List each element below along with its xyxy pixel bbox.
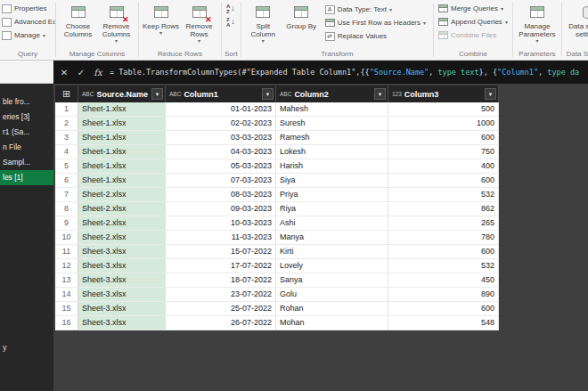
row-number[interactable]: 11: [55, 245, 78, 259]
cell[interactable]: Sheet-1.xlsx: [78, 145, 166, 159]
row-number[interactable]: 8: [55, 202, 78, 216]
choose-columns-button[interactable]: Choose Columns: [59, 2, 97, 38]
cell[interactable]: Rohan: [276, 302, 388, 316]
cell[interactable]: Ramesh: [276, 131, 388, 145]
cell[interactable]: Sheet-2.xlsx: [78, 202, 166, 216]
cell[interactable]: 01-01-2023: [166, 102, 276, 117]
remove-columns-button[interactable]: ✕ Remove Columns ▾: [97, 2, 135, 44]
cell[interactable]: Mahesh: [276, 102, 388, 117]
data-source-settings-button[interactable]: Data source settings: [565, 2, 588, 38]
row-number[interactable]: 16: [55, 316, 78, 330]
row-number[interactable]: 10: [55, 231, 78, 245]
cell[interactable]: Sheet-1.xlsx: [78, 131, 166, 145]
cell[interactable]: Lovely: [276, 259, 388, 273]
sort-descending-button[interactable]: ZA↓: [225, 15, 237, 29]
row-number[interactable]: 14: [55, 288, 78, 302]
cell[interactable]: 862: [388, 202, 499, 216]
query-list-item[interactable]: Sampl...: [0, 155, 53, 170]
manage-parameters-button[interactable]: Manage Parameters ▾: [516, 2, 559, 44]
cell[interactable]: Sheet-3.xlsx: [78, 316, 166, 330]
cell[interactable]: Sheet-1.xlsx: [78, 117, 166, 131]
group-by-button[interactable]: Group By: [282, 2, 321, 30]
cell[interactable]: 780: [388, 231, 499, 245]
manage-menu-button[interactable]: Manage ▾: [0, 29, 47, 42]
row-number[interactable]: 7: [55, 188, 78, 202]
query-list-item[interactable]: les [1]: [0, 170, 53, 185]
cell[interactable]: 10-03-2023: [166, 216, 276, 231]
column-filter-button[interactable]: ▼: [374, 88, 386, 100]
cell[interactable]: 08-03-2023: [166, 188, 276, 202]
formula-text[interactable]: = Table.TransformColumnTypes(#"Expanded …: [110, 68, 579, 77]
data-type-button[interactable]: A Data Type: Text ▾: [323, 3, 394, 16]
cell[interactable]: 600: [388, 131, 499, 145]
cell[interactable]: 03-03-2023: [166, 131, 276, 145]
cell[interactable]: 600: [388, 245, 499, 259]
formula-commit-icon[interactable]: ✓: [76, 68, 86, 77]
cell[interactable]: 1000: [388, 117, 499, 131]
fx-icon[interactable]: fx: [93, 68, 103, 77]
cell[interactable]: Sheet-3.xlsx: [78, 302, 166, 316]
formula-bar[interactable]: ✕ ✓ fx = Table.TransformColumnTypes(#"Ex…: [53, 61, 588, 84]
use-first-row-as-headers-button[interactable]: Use First Row as Headers ▾: [323, 16, 428, 29]
column-header-column3[interactable]: 123Column3▼: [388, 86, 499, 102]
select-all-corner-button[interactable]: ⊞: [55, 86, 78, 102]
cell[interactable]: Sheet-2.xlsx: [78, 231, 166, 245]
cell[interactable]: 400: [388, 159, 499, 174]
row-number[interactable]: 6: [55, 174, 78, 188]
cell[interactable]: Manya: [276, 231, 388, 245]
column-filter-button[interactable]: ▼: [485, 88, 496, 100]
column-header-column1[interactable]: ABCColumn1▼: [166, 86, 276, 102]
cell[interactable]: 548: [388, 316, 499, 330]
cell[interactable]: Golu: [276, 288, 388, 302]
cell[interactable]: Mohan: [276, 316, 388, 330]
column-header-column2[interactable]: ABCColumn2▼: [276, 86, 388, 102]
cell[interactable]: 02-02-2023: [166, 117, 276, 131]
row-number[interactable]: 1: [55, 102, 78, 117]
merge-queries-button[interactable]: Merge Queries ▾: [437, 2, 505, 15]
split-column-button[interactable]: Split Column ▾: [244, 2, 282, 44]
row-number[interactable]: 2: [55, 117, 78, 131]
properties-button[interactable]: Properties: [0, 2, 48, 15]
cell[interactable]: Priya: [276, 188, 388, 202]
cell[interactable]: 532: [388, 259, 499, 273]
cell[interactable]: 25-07-2022: [166, 302, 276, 316]
row-number[interactable]: 13: [55, 273, 78, 288]
remove-rows-button[interactable]: ✕ Remove Rows ▾: [180, 2, 218, 44]
cell[interactable]: Riya: [276, 202, 388, 216]
cell[interactable]: Sheet-1.xlsx: [78, 102, 166, 117]
query-list-item[interactable]: eries [3]: [0, 110, 53, 125]
cell[interactable]: Kirti: [276, 245, 388, 259]
advanced-editor-button[interactable]: Advanced Editor: [0, 15, 55, 29]
cell[interactable]: 890: [388, 288, 499, 302]
cell[interactable]: 600: [388, 302, 499, 316]
cell[interactable]: 15-07-2022: [166, 245, 276, 259]
cell[interactable]: 600: [388, 174, 499, 188]
cell[interactable]: Sanya: [276, 273, 388, 288]
cell[interactable]: 04-03-2023: [166, 145, 276, 159]
cell[interactable]: Sheet-2.xlsx: [78, 188, 166, 202]
row-number[interactable]: 3: [55, 131, 78, 145]
query-list-item[interactable]: n File: [0, 140, 53, 155]
cell[interactable]: Sheet-3.xlsx: [78, 273, 166, 288]
cell[interactable]: 500: [388, 102, 499, 117]
keep-rows-button[interactable]: Keep Rows ▾: [142, 2, 180, 36]
cell[interactable]: 750: [388, 145, 499, 159]
cell[interactable]: Sheet-2.xlsx: [78, 216, 166, 231]
cell[interactable]: Ashi: [276, 216, 388, 231]
row-number[interactable]: 9: [55, 216, 78, 231]
cell[interactable]: Sheet-1.xlsx: [78, 174, 166, 188]
cell[interactable]: 09-03-2023: [166, 202, 276, 216]
cell[interactable]: Sheet-1.xlsx: [78, 159, 166, 174]
cell[interactable]: Suresh: [276, 117, 388, 131]
row-number[interactable]: 5: [55, 159, 78, 174]
column-filter-button[interactable]: ▼: [151, 88, 163, 100]
row-number[interactable]: 4: [55, 145, 78, 159]
cell[interactable]: 23-07-2022: [166, 288, 276, 302]
cell[interactable]: Sheet-3.xlsx: [78, 288, 166, 302]
cell[interactable]: 532: [388, 188, 499, 202]
formula-cancel-icon[interactable]: ✕: [59, 68, 69, 77]
cell[interactable]: 450: [388, 273, 499, 288]
sort-ascending-button[interactable]: AZ↓: [225, 2, 237, 15]
query-list-item[interactable]: r1 (Sa...: [0, 125, 53, 140]
row-number[interactable]: 12: [55, 259, 78, 273]
